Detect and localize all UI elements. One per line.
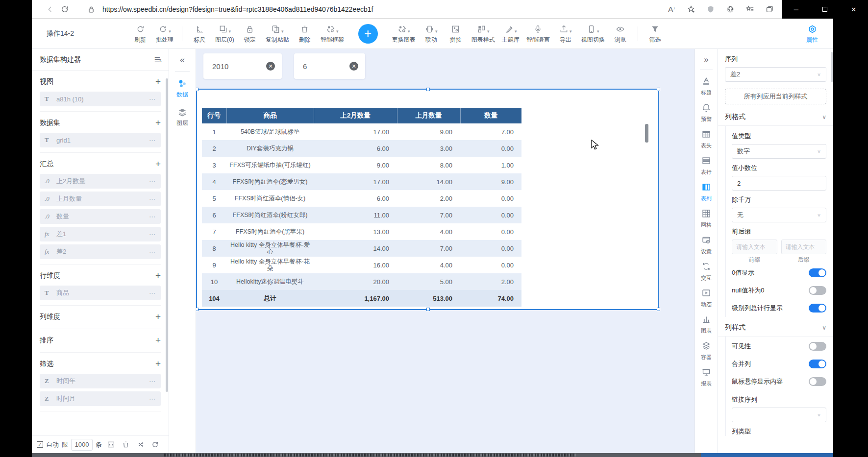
- chip-close-icon[interactable]: ✕: [266, 62, 275, 71]
- chip-close-icon[interactable]: ✕: [349, 62, 358, 71]
- maximize-button[interactable]: [818, 2, 832, 17]
- caret-down-icon[interactable]: ▾: [336, 29, 339, 34]
- limit-input[interactable]: [71, 439, 93, 451]
- panel-tab-grid[interactable]: 网格: [695, 205, 718, 232]
- site-lock-icon[interactable]: [84, 2, 99, 17]
- field-item[interactable]: T商品⋯: [40, 286, 161, 300]
- toggle-switch-off[interactable]: [809, 377, 826, 386]
- resize-handle[interactable]: [657, 88, 660, 91]
- panel-tab-dynamic[interactable]: 动态: [695, 285, 718, 311]
- panel-tab-container[interactable]: 容器: [695, 337, 718, 364]
- tool-ruler-button[interactable]: 标尺: [187, 19, 212, 48]
- column-style-section-header[interactable]: 列样式 ∨: [718, 319, 833, 337]
- link-series-select[interactable]: ∨: [732, 408, 826, 422]
- series-select[interactable]: 差2 ∨: [725, 67, 826, 82]
- tab-layer[interactable]: 图层: [176, 107, 188, 127]
- field-more-icon[interactable]: ⋯: [149, 96, 156, 103]
- caret-down-icon[interactable]: ▾: [408, 29, 410, 34]
- decimals-input[interactable]: [732, 176, 826, 191]
- tool-export-button[interactable]: ▾导出: [553, 19, 578, 48]
- panel-tab-table-col[interactable]: 表列: [695, 179, 718, 205]
- field-more-icon[interactable]: ⋯: [149, 289, 156, 297]
- favorites-bar-icon[interactable]: [743, 2, 757, 17]
- toggle-switch-on[interactable]: [809, 360, 826, 368]
- back-icon[interactable]: [43, 2, 57, 17]
- caret-down-icon[interactable]: ▾: [487, 29, 490, 34]
- panel-tab-report[interactable]: 报表: [695, 364, 718, 390]
- section-add-button[interactable]: +: [155, 77, 161, 86]
- toggle-switch-on[interactable]: [809, 268, 826, 277]
- read-aloud-icon[interactable]: A⁾: [664, 2, 679, 17]
- panel-tab-table-row[interactable]: 表行: [695, 152, 718, 179]
- section-add-button[interactable]: +: [155, 313, 161, 321]
- design-canvas[interactable]: 2010 ✕ 6 ✕ 行号商品上2月数量上月数量数量1540B篮球/足球鼠标垫1…: [196, 49, 694, 453]
- sql-code-icon[interactable]: [105, 439, 117, 451]
- section-add-button[interactable]: +: [155, 336, 161, 345]
- tab-data[interactable]: 数据: [176, 78, 188, 99]
- panel-tab-chart[interactable]: 图表: [695, 311, 718, 337]
- field-more-icon[interactable]: ⋯: [149, 378, 156, 385]
- tool-lock-button[interactable]: 锁定: [238, 19, 262, 48]
- caret-down-icon[interactable]: ▾: [169, 29, 171, 34]
- tool-smart-voice-button[interactable]: 智能语言: [523, 19, 553, 48]
- field-item[interactable]: fx差2⋯: [40, 244, 161, 259]
- favorite-add-icon[interactable]: [684, 2, 698, 17]
- tool-linkage-button[interactable]: ▾联动: [419, 19, 444, 48]
- section-add-button[interactable]: +: [155, 119, 161, 127]
- tool-refresh-button[interactable]: 刷新: [128, 19, 152, 48]
- auto-checkbox[interactable]: ✓: [37, 441, 43, 448]
- prefix-input[interactable]: [732, 240, 777, 254]
- resize-handle[interactable]: [657, 308, 660, 311]
- filter-chip-month[interactable]: 6 ✕: [294, 53, 365, 79]
- apply-all-columns-button[interactable]: 所有列应用当前列样式: [725, 89, 826, 104]
- sidebar-collapse-icon[interactable]: ☰‹: [154, 56, 161, 64]
- field-item[interactable]: .0上月数量⋯: [40, 192, 161, 206]
- caret-down-icon[interactable]: ▾: [281, 29, 284, 34]
- close-button[interactable]: ✕: [846, 2, 861, 17]
- field-more-icon[interactable]: ⋯: [149, 395, 156, 403]
- caret-down-icon[interactable]: ▾: [597, 29, 599, 34]
- tool-properties-button[interactable]: 属性: [800, 19, 824, 48]
- field-item[interactable]: Z时间年⋯: [40, 374, 161, 388]
- tool-view-switch-button[interactable]: ▾视图切换: [578, 19, 608, 48]
- resize-handle[interactable]: [426, 308, 430, 311]
- tool-splice-button[interactable]: 拼接: [444, 19, 468, 48]
- caret-down-icon[interactable]: ▾: [570, 29, 572, 34]
- divide-select[interactable]: 无 ∨: [732, 208, 826, 222]
- field-more-icon[interactable]: ⋯: [149, 231, 156, 238]
- tool-chart-style-button[interactable]: ▾图表样式: [468, 19, 498, 48]
- panel-tab-interaction[interactable]: 交互: [695, 258, 718, 285]
- table-widget-selected[interactable]: 行号商品上2月数量上月数量数量1540B篮球/足球鼠标垫17.009.007.0…: [196, 89, 659, 310]
- field-more-icon[interactable]: ⋯: [149, 248, 156, 256]
- tool-theme-lib-button[interactable]: ▾主题库: [498, 19, 523, 48]
- sidebar-scrollbar[interactable]: [166, 78, 168, 392]
- field-more-icon[interactable]: ⋯: [149, 137, 156, 144]
- resize-handle[interactable]: [196, 308, 198, 311]
- clear-trash-icon[interactable]: [120, 439, 131, 451]
- column-format-section-header[interactable]: 列格式 ∨: [718, 108, 833, 126]
- reload-icon[interactable]: [57, 2, 72, 17]
- field-item[interactable]: Tgrid1⋯: [40, 133, 161, 147]
- widget-scrollbar[interactable]: [645, 124, 648, 143]
- field-item[interactable]: .0数量⋯: [40, 209, 161, 224]
- tool-browse-button[interactable]: 浏览: [608, 19, 633, 48]
- tool-batch-button[interactable]: ▾批处理: [152, 19, 177, 48]
- section-add-button[interactable]: +: [155, 360, 161, 368]
- section-add-button[interactable]: +: [155, 160, 161, 168]
- url-text[interactable]: https://ow.speedbi.cn/design?fdesign=tru…: [102, 5, 664, 13]
- tool-copy-paste-button[interactable]: ▾复制粘贴: [262, 19, 293, 48]
- tool-filter-button[interactable]: 筛选: [643, 19, 668, 48]
- field-item[interactable]: fx差1⋯: [40, 227, 161, 241]
- toggle-switch-off[interactable]: [809, 342, 826, 351]
- shuffle-icon[interactable]: [134, 439, 146, 451]
- caret-down-icon[interactable]: ▾: [435, 29, 438, 34]
- field-item[interactable]: Z时间月⋯: [40, 391, 161, 406]
- resize-handle[interactable]: [196, 88, 198, 91]
- toggle-switch-on[interactable]: [809, 304, 826, 313]
- shield-icon[interactable]: [703, 2, 718, 17]
- panel-tab-title[interactable]: 标题: [695, 73, 718, 99]
- panel-tab-settings[interactable]: 设置: [695, 232, 718, 258]
- add-widget-button[interactable]: +: [358, 24, 378, 44]
- extensions-icon[interactable]: [723, 2, 738, 17]
- toggle-switch-off[interactable]: [809, 286, 826, 295]
